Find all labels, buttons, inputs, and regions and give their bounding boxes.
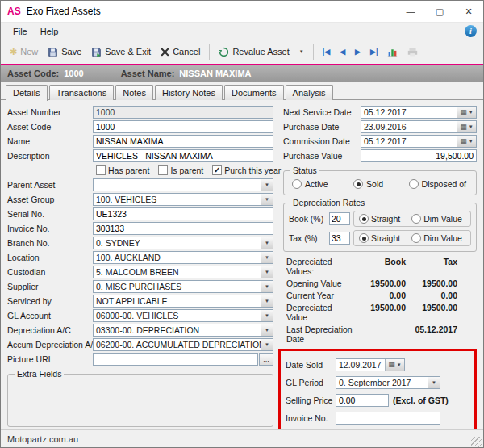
tab-notes[interactable]: Notes — [115, 85, 153, 100]
maximize-button[interactable]: ▢ — [425, 1, 454, 22]
status-sold-option[interactable]: Sold — [353, 179, 383, 189]
chevron-down-icon[interactable]: ▼ — [261, 237, 273, 249]
book-straight-option[interactable]: Straight — [359, 214, 400, 224]
purchase-date-input[interactable]: 23.09.2016 ▦▼ — [361, 120, 477, 133]
date-picker-button[interactable]: ▦▼ — [457, 136, 476, 147]
chevron-down-icon[interactable]: ▼ — [261, 179, 273, 191]
tax-column-header: Tax — [406, 257, 457, 276]
asset-name-label: Asset Name: — [121, 69, 175, 78]
chevron-down-icon[interactable]: ▼ — [261, 324, 273, 336]
supplier-value: 0. MISC PURCHASES — [94, 282, 261, 291]
date-picker-button[interactable]: ▦▼ — [457, 121, 476, 132]
revalue-dropdown-button[interactable]: ▼ — [295, 46, 308, 57]
is-parent-checkbox[interactable] — [158, 165, 168, 175]
menu-file[interactable]: File — [7, 25, 33, 38]
last-depreciation-date-label: Last Depreciation Date — [286, 324, 354, 344]
chevron-down-icon[interactable]: ▼ — [261, 252, 273, 263]
date-sold-input[interactable]: 12.09.2017 ▦▼ — [336, 358, 405, 371]
sold-invoice-no-input[interactable] — [336, 412, 440, 425]
status-disposed-option[interactable]: Disposed of — [409, 179, 466, 189]
sold-section: Date Sold 12.09.2017 ▦▼ GL Period 0. Sep… — [278, 349, 477, 429]
new-button[interactable]: ✱ New — [6, 44, 42, 61]
info-icon[interactable]: i — [465, 25, 477, 37]
tab-analysis[interactable]: Analysis — [286, 85, 333, 100]
parent-asset-select[interactable]: ▼ — [93, 178, 273, 191]
tax-straight-option[interactable]: Straight — [359, 233, 400, 243]
tax-dim-value-option[interactable]: Dim Value — [411, 233, 462, 243]
save-exit-button[interactable]: Save & Exit — [87, 44, 155, 61]
depreciated-value-tax: 19500.00 — [406, 303, 457, 322]
extra-fields-legend: Extra Fields — [15, 369, 64, 379]
chevron-down-icon[interactable]: ▼ — [261, 266, 273, 278]
close-icon: ✕ — [465, 6, 472, 17]
tab-history-notes[interactable]: History Notes — [155, 85, 223, 100]
tab-transactions[interactable]: Transactions — [49, 85, 115, 100]
save-exit-label: Save & Exit — [105, 47, 151, 57]
status-active-option[interactable]: Active — [292, 179, 328, 189]
opening-value-book: 19500.00 — [354, 278, 406, 288]
chart-button[interactable] — [383, 44, 402, 61]
date-picker-button[interactable]: ▦▼ — [457, 107, 476, 118]
has-parent-checkbox[interactable] — [96, 165, 106, 175]
print-icon — [407, 47, 418, 57]
chevron-down-icon[interactable]: ▼ — [261, 310, 273, 321]
purchase-value-input[interactable] — [361, 149, 477, 162]
nav-first-button[interactable]: |◀ — [319, 44, 334, 59]
cancel-button[interactable]: Cancel — [156, 44, 204, 60]
serviced-by-select[interactable]: NOT APPLICABLE ▼ — [93, 295, 273, 308]
accum-depreciation-ac-select[interactable]: 06200-00. ACCUMULATED DEPRECIATION ▼ — [93, 338, 273, 351]
supplier-select[interactable]: 0. MISC PURCHASES ▼ — [93, 280, 273, 293]
custodian-select[interactable]: 5. MALCOLM BREEN ▼ — [93, 266, 273, 278]
browse-button[interactable]: ... — [259, 353, 273, 366]
resize-grip[interactable] — [471, 437, 482, 447]
next-service-date-input[interactable]: 05.12.2017 ▦▼ — [361, 106, 477, 119]
revalue-asset-button[interactable]: Revalue Asset — [215, 44, 293, 61]
commission-date-input[interactable]: 05.12.2017 ▦▼ — [361, 135, 477, 148]
purch-this-year-checkbox[interactable]: ✓ — [212, 165, 222, 175]
chevron-down-icon: ▼ — [469, 110, 474, 115]
description-input[interactable] — [93, 149, 273, 162]
picture-url-input[interactable] — [93, 353, 258, 366]
nav-prev-button[interactable]: ◀ — [336, 44, 349, 59]
status-disposed-label: Disposed of — [422, 179, 466, 189]
invoice-no-input[interactable] — [93, 222, 273, 235]
location-select[interactable]: 100. AUCKLAND ▼ — [93, 251, 273, 264]
radio-icon — [292, 179, 302, 189]
close-button[interactable]: ✕ — [454, 1, 483, 22]
gl-period-select[interactable]: 0. September 2017 ▼ — [336, 376, 440, 389]
branch-no-select[interactable]: 0. SYDNEY ▼ — [93, 237, 273, 249]
tab-documents[interactable]: Documents — [224, 85, 284, 100]
chevron-down-icon[interactable]: ▼ — [428, 377, 440, 388]
tax-dim-value-label: Dim Value — [424, 233, 462, 243]
gl-account-select[interactable]: 06000-00. VEHICLES ▼ — [93, 309, 273, 322]
book-column-header: Book — [354, 257, 406, 276]
depreciation-ac-select[interactable]: 03300-00. DEPRECIATION ▼ — [93, 324, 273, 337]
save-button[interactable]: Save — [44, 44, 86, 61]
print-button[interactable] — [403, 44, 422, 61]
picture-url-label: Picture URL — [7, 354, 93, 364]
save-icon — [48, 47, 58, 57]
book-dim-value-option[interactable]: Dim Value — [411, 214, 462, 224]
chevron-down-icon[interactable]: ▼ — [261, 281, 273, 292]
field-row: Serial No. — [7, 207, 273, 221]
calendar-icon: ▦ — [460, 138, 467, 145]
serial-no-input[interactable] — [93, 207, 273, 220]
date-picker-button[interactable]: ▦▼ — [385, 359, 404, 371]
name-input[interactable] — [93, 135, 273, 148]
asset-code-input[interactable] — [93, 120, 273, 133]
minimize-button[interactable]: — — [396, 1, 425, 22]
asset-group-select[interactable]: 100. VEHICLES ▼ — [93, 193, 273, 206]
menu-help[interactable]: Help — [35, 25, 65, 38]
book-rate-input[interactable] — [329, 212, 350, 225]
nav-next-button[interactable]: ▶ — [351, 44, 365, 59]
tab-details[interactable]: Details — [6, 85, 48, 101]
revalue-asset-label: Revalue Asset — [232, 47, 289, 57]
chart-icon — [387, 47, 398, 57]
field-row: Asset Number — [7, 105, 273, 119]
tax-rate-input[interactable] — [329, 232, 350, 245]
chevron-down-icon[interactable]: ▼ — [261, 295, 273, 307]
nav-last-button[interactable]: ▶| — [366, 44, 382, 59]
chevron-down-icon[interactable]: ▼ — [261, 194, 273, 205]
selling-price-input[interactable] — [336, 394, 389, 407]
chevron-down-icon[interactable]: ▼ — [261, 339, 273, 350]
